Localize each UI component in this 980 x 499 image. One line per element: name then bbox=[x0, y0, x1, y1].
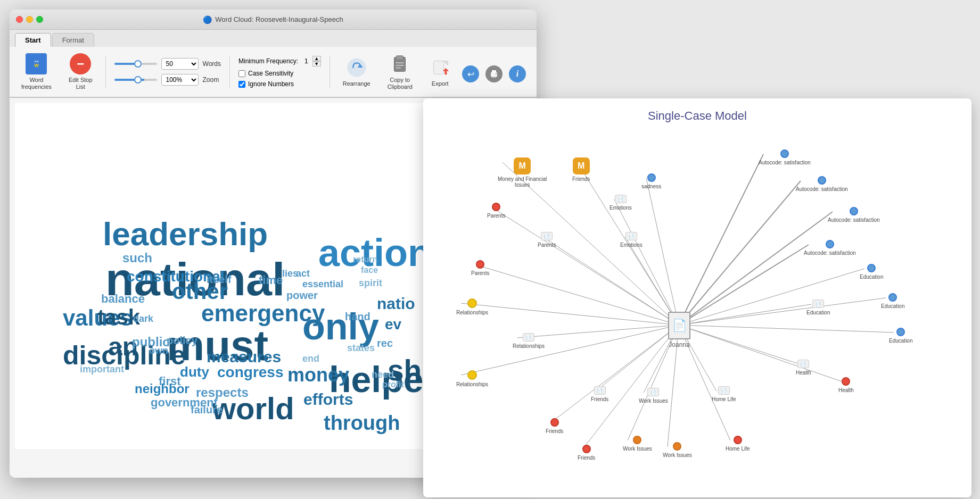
blue-circle-icon bbox=[826, 240, 834, 248]
node-label: Emotions bbox=[620, 242, 643, 248]
case-sensitivity-checkbox[interactable] bbox=[238, 70, 245, 77]
blue-circle-icon bbox=[850, 207, 858, 215]
yellow-circle-icon bbox=[467, 370, 477, 380]
center-node-label: Joanna bbox=[669, 341, 689, 348]
frequency-stepper[interactable]: ▲ ▼ bbox=[312, 56, 321, 66]
zoom-slider[interactable] bbox=[114, 79, 157, 81]
node-health1[interactable]: 📄 Health bbox=[796, 360, 811, 376]
node-education1[interactable]: Education bbox=[860, 264, 883, 280]
info-button[interactable]: i bbox=[509, 65, 526, 82]
node-education3[interactable]: 📄 Education bbox=[806, 300, 830, 315]
node-work1[interactable]: 📄 Work Issues bbox=[639, 388, 668, 404]
node-label: sadness bbox=[641, 184, 661, 189]
cloud-word: itself bbox=[207, 273, 232, 286]
svg-rect-12 bbox=[492, 70, 496, 73]
svg-rect-4 bbox=[396, 62, 404, 63]
svg-line-22 bbox=[614, 199, 679, 325]
node-work2[interactable]: Work Issues bbox=[623, 436, 652, 452]
print-button[interactable] bbox=[485, 65, 503, 82]
node-label: Friends bbox=[578, 455, 595, 461]
maximize-button[interactable] bbox=[36, 16, 43, 23]
node-money_financial[interactable]: M Money and FinancialIssues bbox=[498, 157, 547, 188]
words-control-row: 50 Words bbox=[114, 58, 221, 70]
undo-button[interactable]: ↩ bbox=[462, 65, 479, 82]
red-circle-icon bbox=[550, 418, 559, 427]
node-education4[interactable]: Education bbox=[889, 328, 912, 344]
svg-rect-5 bbox=[396, 65, 404, 66]
node-emotions2[interactable]: 📄 Emotions bbox=[620, 232, 643, 248]
icon-node: 📄 bbox=[594, 386, 606, 395]
svg-point-14 bbox=[496, 73, 497, 74]
cloud-word: congress bbox=[217, 364, 284, 381]
node-work3[interactable]: Work Issues bbox=[663, 442, 692, 458]
blue-circle-icon bbox=[867, 264, 876, 272]
zoom-slider-thumb bbox=[134, 76, 142, 84]
icon-node: 📄 bbox=[523, 333, 534, 342]
window-title-text: Word Cloud: Roosevelt-Inaugural-Speech bbox=[215, 15, 343, 23]
cloud-word: face bbox=[361, 265, 378, 275]
word-frequencies-label: Word frequencies bbox=[21, 77, 52, 90]
copy-clipboard-label: Copy to Clipboard bbox=[388, 77, 413, 90]
svg-rect-6 bbox=[396, 68, 401, 69]
node-autocode3[interactable]: Autocode: satisfaction bbox=[828, 207, 880, 223]
word-frequencies-button[interactable]: ≡≡ W Word frequencies bbox=[17, 51, 56, 93]
node-friends1[interactable]: M Friends bbox=[572, 157, 590, 182]
node-label: Parents bbox=[487, 213, 505, 219]
node-friends4[interactable]: Friends bbox=[578, 445, 595, 461]
node-sadness[interactable]: sadness bbox=[641, 173, 661, 189]
node-autocode4[interactable]: Autocode: satisfaction bbox=[804, 240, 856, 256]
svg-line-18 bbox=[679, 154, 763, 325]
case-sensitivity-label: Case Sensitivity bbox=[248, 70, 293, 77]
node-autocode2[interactable]: Autocode: satisfaction bbox=[796, 176, 848, 192]
freq-down-button[interactable]: ▼ bbox=[312, 61, 321, 66]
node-home1[interactable]: 📄 Home Life bbox=[712, 386, 736, 402]
cloud-word: important bbox=[80, 364, 124, 375]
node-parents1[interactable]: Parents bbox=[487, 203, 505, 219]
svg-line-33 bbox=[679, 325, 894, 332]
copy-clipboard-button[interactable]: Copy to Clipboard bbox=[383, 51, 417, 93]
tab-format[interactable]: Format bbox=[52, 33, 94, 47]
node-relationships2[interactable]: 📄 Relationships bbox=[513, 333, 545, 349]
node-relationships3[interactable]: Relationships bbox=[456, 370, 488, 387]
words-unit-label: Words bbox=[203, 60, 221, 68]
clipboard-icon bbox=[389, 53, 410, 74]
node-label: Autocode: satisfaction bbox=[804, 250, 856, 256]
cloud-word: spirit bbox=[359, 278, 382, 289]
minimize-button[interactable] bbox=[26, 16, 33, 23]
node-relationships1[interactable]: Relationships bbox=[456, 298, 488, 315]
export-button[interactable]: Export bbox=[425, 55, 455, 89]
tab-start[interactable]: Start bbox=[15, 33, 51, 47]
node-friends3[interactable]: Friends bbox=[546, 418, 563, 434]
svg-rect-3 bbox=[397, 56, 403, 60]
node-parents2[interactable]: 📄 Parents bbox=[538, 232, 556, 248]
freq-up-button[interactable]: ▲ bbox=[312, 56, 321, 61]
cloud-word: act bbox=[296, 268, 310, 279]
case-sensitivity-row: Case Sensitivity bbox=[238, 70, 321, 77]
cloud-word: efforts bbox=[303, 390, 353, 409]
separator-2 bbox=[229, 56, 230, 88]
node-education2[interactable]: Education bbox=[881, 293, 904, 309]
rearrange-button[interactable]: Rearrange bbox=[339, 55, 375, 89]
node-emotions1[interactable]: 📄 Emotions bbox=[610, 195, 632, 211]
node-health2[interactable]: Health bbox=[838, 377, 854, 393]
red-circle-icon bbox=[582, 445, 591, 453]
icon-node: 📄 bbox=[797, 360, 809, 368]
blue-circle-icon bbox=[647, 173, 656, 182]
words-count-select[interactable]: 50 bbox=[161, 58, 199, 70]
svg-rect-7 bbox=[433, 61, 443, 74]
node-autocode1[interactable]: Autocode: satisfaction bbox=[759, 149, 811, 165]
node-home2[interactable]: Home Life bbox=[726, 436, 750, 452]
center-node: 📄 Joanna bbox=[668, 312, 690, 348]
zoom-select[interactable]: 100% bbox=[161, 74, 199, 86]
red-circle-icon bbox=[492, 203, 500, 211]
node-friends2[interactable]: 📄 Friends bbox=[591, 386, 608, 402]
cloud-word: profit bbox=[382, 380, 404, 389]
edit-stop-list-button[interactable]: − Edit Stop List bbox=[64, 51, 97, 93]
svg-point-0 bbox=[348, 58, 366, 76]
words-slider[interactable] bbox=[114, 63, 157, 65]
node-parents3[interactable]: Parents bbox=[471, 260, 489, 276]
ignore-numbers-checkbox[interactable] bbox=[238, 81, 245, 88]
red-circle-icon bbox=[476, 260, 484, 269]
cloud-word: return bbox=[353, 255, 377, 264]
close-button[interactable] bbox=[16, 16, 23, 23]
